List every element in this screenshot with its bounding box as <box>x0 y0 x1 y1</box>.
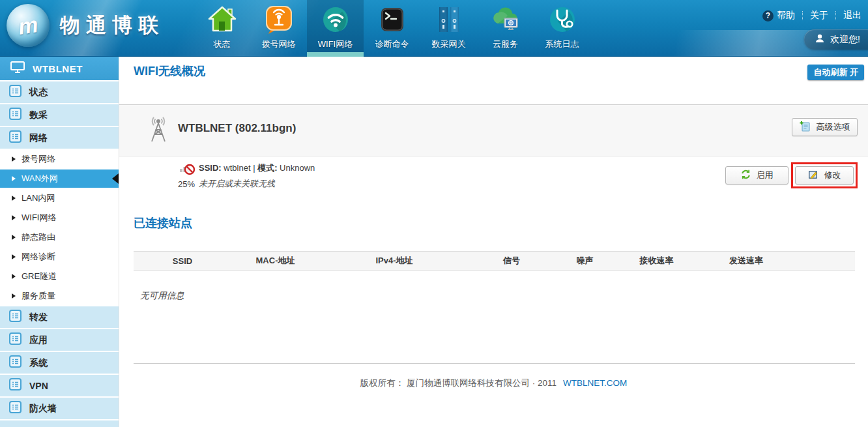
tab-label: WIFI网络 <box>318 38 353 50</box>
col-signal: 信号 <box>469 255 554 267</box>
cloud-icon <box>490 4 521 35</box>
caret-right-icon <box>12 274 16 279</box>
tab-wifi-network[interactable]: WIFI网络 <box>307 0 364 57</box>
sidebar-item-lan[interactable]: LAN内网 <box>0 189 119 207</box>
auto-refresh-badge[interactable]: 自动刷新 开 <box>807 65 864 80</box>
caret-right-icon <box>12 156 16 162</box>
enable-button[interactable]: 启用 <box>725 166 788 184</box>
router-admin-page: m 物通博联 状态 拨号网络 WIFI网络 <box>0 0 868 427</box>
caret-right-icon <box>12 293 16 299</box>
footer: 版权所有： 厦门物通博联网络科技有限公司 · 2011 WTBLNET.COM <box>119 377 868 389</box>
ssid-label: SSID: <box>199 163 222 173</box>
caret-right-icon <box>12 196 16 201</box>
signal-disabled-icon <box>179 161 196 179</box>
tab-label: 云服务 <box>493 38 518 50</box>
sidebar-item-static-route[interactable]: 静态路由 <box>0 228 119 246</box>
footer-link[interactable]: WTBLNET.COM <box>563 378 627 388</box>
tab-dial-network[interactable]: 拨号网络 <box>250 0 307 57</box>
list-icon <box>9 355 22 370</box>
tab-data-gateway[interactable]: 数采网关 <box>420 0 477 57</box>
sidebar-item-application[interactable]: 应用 <box>0 329 119 351</box>
divider <box>835 11 836 20</box>
copyright-text: 版权所有： 厦门物通博联网络科技有限公司 · 2011 <box>360 378 557 388</box>
sidebar-item-network[interactable]: 网络 <box>0 127 119 149</box>
modify-button[interactable]: 修改 <box>795 166 854 184</box>
caret-right-icon <box>12 254 16 259</box>
main-content: WIFI无线概况 自动刷新 开 WTBLNET (802.11bgn) 高级选项… <box>119 57 868 427</box>
page-title: WIFI无线概况 <box>134 63 205 79</box>
tab-status[interactable]: 状态 <box>194 0 250 57</box>
wifi-icon <box>320 4 351 35</box>
sidebar-device-header[interactable]: WTBLNET <box>0 57 119 80</box>
sidebar-item-qos[interactable]: 服务质量 <box>0 287 119 305</box>
tab-label: 拨号网络 <box>262 38 296 50</box>
wifi-status-row: 25% SSID: wtblnet | 模式: Unknown 未开启或未关联无… <box>119 157 868 203</box>
sidebar-item-net-diagnose[interactable]: 网络诊断 <box>0 248 119 266</box>
sidebar-item-vpn[interactable]: VPN <box>0 375 119 396</box>
stations-table-header: SSID MAC-地址 IPv4-地址 信号 噪声 接收速率 发送速率 <box>134 251 855 271</box>
connected-stations-title: 已连接站点 <box>134 215 192 231</box>
sidebar-item-wifi[interactable]: WIFI网络 <box>0 209 119 227</box>
wifi-device-band: WTBLNET (802.11bgn) 高级选项 <box>119 104 868 156</box>
edit-pencil-icon <box>808 169 818 182</box>
col-ssid: SSID <box>134 256 231 266</box>
advanced-options-button[interactable]: 高级选项 <box>792 118 858 136</box>
tab-diagnostic-command[interactable]: 诊断命令 <box>364 0 420 57</box>
mode-value: Unknown <box>280 163 315 173</box>
list-icon <box>9 378 22 393</box>
tab-label: 系统日志 <box>545 38 579 50</box>
help-icon: ? <box>762 10 774 22</box>
antenna-icon <box>147 115 170 145</box>
col-ipv4: IPv4-地址 <box>319 255 469 267</box>
header-links: ? 帮助 关于 退出 <box>762 10 861 22</box>
page-plus-icon <box>800 121 811 134</box>
refresh-icon <box>741 169 751 181</box>
col-mac: MAC-地址 <box>231 255 319 267</box>
help-link[interactable]: 帮助 <box>777 10 795 22</box>
sidebar-item-wan[interactable]: WAN外网 <box>0 169 119 188</box>
tab-label: 状态 <box>214 38 231 50</box>
modify-button-highlight: 修改 <box>791 162 858 188</box>
logout-link[interactable]: 退出 <box>843 10 861 22</box>
sidebar-item-forwarding[interactable]: 转发 <box>0 306 119 328</box>
col-rx-rate: 接收速率 <box>616 255 697 267</box>
terminal-icon <box>377 4 408 35</box>
device-name: WTBLNET <box>33 63 83 74</box>
sidebar-item-status[interactable]: 状态 <box>0 81 119 103</box>
sidebar-item-system[interactable]: 系统 <box>0 352 119 374</box>
top-header: m 物通博联 状态 拨号网络 WIFI网络 <box>0 0 868 57</box>
sidebar-menu: 状态 数采 网络 拨号网络 WAN外网 LAN内网 <box>0 81 119 427</box>
device-title: WTBLNET (802.11bgn) <box>178 122 296 135</box>
welcome-pill[interactable]: 欢迎您! <box>804 29 868 50</box>
col-tx-rate: 发送速率 <box>697 255 795 267</box>
list-icon <box>9 108 22 123</box>
list-icon <box>9 401 22 416</box>
ssid-value: wtblnet <box>224 163 250 173</box>
sidebar-item-gre-tunnel[interactable]: GRE隧道 <box>0 267 119 286</box>
mode-label: 模式: <box>257 163 277 173</box>
divider <box>802 11 803 20</box>
empty-table-message: 无可用信息 <box>140 290 184 302</box>
welcome-text: 欢迎您! <box>830 34 860 46</box>
monitor-icon <box>10 61 25 76</box>
brand-name: 物通博联 <box>60 12 164 39</box>
tab-system-log[interactable]: 系统日志 <box>534 0 590 57</box>
signal-percent: 25% <box>178 179 195 189</box>
about-link[interactable]: 关于 <box>810 10 828 22</box>
sidebar-item-partial <box>0 420 119 427</box>
sidebar-item-data-collect[interactable]: 数采 <box>0 104 119 126</box>
sidebar-item-firewall[interactable]: 防火墙 <box>0 398 119 419</box>
caret-right-icon <box>12 176 16 181</box>
tab-cloud-service[interactable]: 云服务 <box>477 0 534 57</box>
pipe-separator: | <box>253 163 255 173</box>
tab-label: 数采网关 <box>432 38 466 50</box>
list-icon <box>9 130 22 145</box>
sidebar: WTBLNET 状态 数采 网络 拨号网络 WAN外网 <box>0 57 119 427</box>
brand-logo: m 物通博联 <box>7 4 164 47</box>
col-noise: 噪声 <box>554 255 616 267</box>
list-icon <box>9 332 22 347</box>
dial-network-icon <box>263 4 295 35</box>
tab-label: 诊断命令 <box>375 38 409 50</box>
ssid-info: SSID: wtblnet | 模式: Unknown 未开启或未关联无线 <box>199 162 315 190</box>
sidebar-item-dial-network[interactable]: 拨号网络 <box>0 150 119 168</box>
